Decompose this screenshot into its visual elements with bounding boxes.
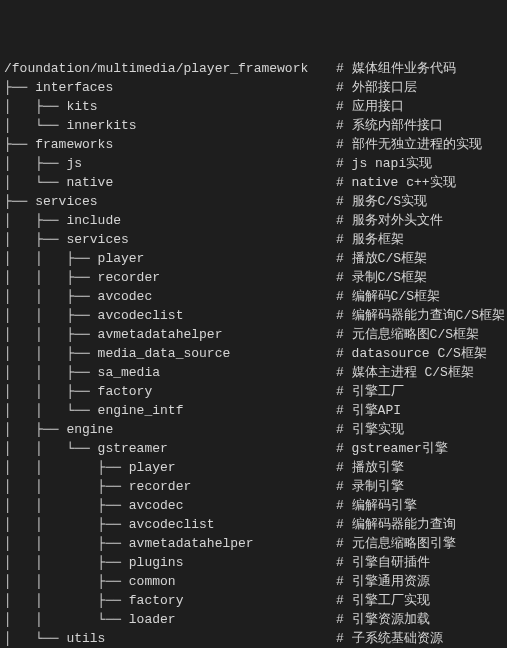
tree-comment: # 播放引擎	[336, 458, 404, 477]
tree-comment: # 媒体主进程 C/S框架	[336, 363, 474, 382]
tree-row: │ │ ├── plugins# 引擎自研插件	[4, 553, 503, 572]
tree-row: │ │ ├── media_data_source# datasource C/…	[4, 344, 503, 363]
tree-comment: # 引擎API	[336, 401, 401, 420]
tree-comment: # native c++实现	[336, 173, 456, 192]
tree-path: /foundation/multimedia/player_framework	[4, 59, 336, 78]
tree-row: ├── frameworks# 部件无独立进程的实现	[4, 135, 503, 154]
tree-row: │ │ ├── player# 播放引擎	[4, 458, 503, 477]
tree-row: │ │ └── gstreamer# gstreamer引擎	[4, 439, 503, 458]
tree-path: │ │ ├── recorder	[4, 477, 336, 496]
tree-comment: # 编解码器能力查询C/S框架	[336, 306, 505, 325]
tree-comment: # 媒体组件业务代码	[336, 59, 456, 78]
tree-comment: # 引擎通用资源	[336, 572, 430, 591]
tree-row: │ ├── engine# 引擎实现	[4, 420, 503, 439]
tree-path: │ │ ├── avcodec	[4, 496, 336, 515]
tree-path: │ │ ├── avmetadatahelper	[4, 325, 336, 344]
tree-row: │ └── native# native c++实现	[4, 173, 503, 192]
tree-row: │ │ ├── avcodec# 编解码引擎	[4, 496, 503, 515]
tree-comment: # 应用接口	[336, 97, 404, 116]
tree-row: │ ├── services# 服务框架	[4, 230, 503, 249]
tree-row: │ │ ├── recorder# 录制引擎	[4, 477, 503, 496]
tree-comment: # 服务对外头文件	[336, 211, 443, 230]
tree-comment: # 编解码引擎	[336, 496, 417, 515]
tree-row: │ │ ├── factory# 引擎工厂	[4, 382, 503, 401]
tree-comment: # 引擎资源加载	[336, 610, 430, 629]
tree-path: │ ├── js	[4, 154, 336, 173]
tree-path: │ │ ├── factory	[4, 591, 336, 610]
tree-path: │ │ └── gstreamer	[4, 439, 336, 458]
tree-path: │ ├── engine	[4, 420, 336, 439]
tree-path: │ └── native	[4, 173, 336, 192]
tree-path: │ │ ├── avcodeclist	[4, 306, 336, 325]
tree-row: ├── services# 服务C/S实现	[4, 192, 503, 211]
tree-comment: # 元信息缩略图C/S框架	[336, 325, 479, 344]
tree-path: │ └── innerkits	[4, 116, 336, 135]
tree-row: │ │ ├── avcodeclist# 编解码器能力查询C/S框架	[4, 306, 503, 325]
tree-row: │ │ └── loader# 引擎资源加载	[4, 610, 503, 629]
tree-row: ├── interfaces# 外部接口层	[4, 78, 503, 97]
tree-row: /foundation/multimedia/player_framework#…	[4, 59, 503, 78]
tree-comment: # 子系统基础资源	[336, 629, 443, 648]
tree-comment: # 编解码C/S框架	[336, 287, 440, 306]
tree-comment: # 外部接口层	[336, 78, 417, 97]
tree-row: │ │ ├── player# 播放C/S框架	[4, 249, 503, 268]
directory-tree: /foundation/multimedia/player_framework#…	[4, 59, 503, 648]
tree-comment: # gstreamer引擎	[336, 439, 448, 458]
tree-row: │ └── innerkits# 系统内部件接口	[4, 116, 503, 135]
tree-path: │ │ ├── avcodec	[4, 287, 336, 306]
tree-comment: # js napi实现	[336, 154, 432, 173]
tree-row: │ ├── kits# 应用接口	[4, 97, 503, 116]
tree-comment: # datasource C/S框架	[336, 344, 487, 363]
tree-path: │ │ ├── recorder	[4, 268, 336, 287]
tree-comment: # 服务框架	[336, 230, 404, 249]
tree-path: │ │ ├── media_data_source	[4, 344, 336, 363]
tree-row: │ ├── js# js napi实现	[4, 154, 503, 173]
tree-path: │ │ ├── avcodeclist	[4, 515, 336, 534]
tree-row: │ │ ├── factory# 引擎工厂实现	[4, 591, 503, 610]
tree-row: │ │ ├── recorder# 录制C/S框架	[4, 268, 503, 287]
tree-path: │ ├── services	[4, 230, 336, 249]
tree-path: │ │ ├── sa_media	[4, 363, 336, 382]
tree-comment: # 播放C/S框架	[336, 249, 427, 268]
tree-comment: # 引擎工厂实现	[336, 591, 430, 610]
tree-comment: # 录制引擎	[336, 477, 404, 496]
tree-path: │ │ ├── common	[4, 572, 336, 591]
tree-path: │ │ ├── player	[4, 249, 336, 268]
tree-path: │ │ ├── player	[4, 458, 336, 477]
tree-row: │ │ ├── avcodec# 编解码C/S框架	[4, 287, 503, 306]
tree-row: │ │ ├── avcodeclist# 编解码器能力查询	[4, 515, 503, 534]
tree-path: ├── frameworks	[4, 135, 336, 154]
tree-row: │ │ ├── sa_media# 媒体主进程 C/S框架	[4, 363, 503, 382]
tree-comment: # 引擎自研插件	[336, 553, 430, 572]
tree-row: │ │ ├── common# 引擎通用资源	[4, 572, 503, 591]
tree-row: │ ├── include# 服务对外头文件	[4, 211, 503, 230]
tree-path: │ └── utils	[4, 629, 336, 648]
tree-comment: # 服务C/S实现	[336, 192, 427, 211]
tree-comment: # 引擎实现	[336, 420, 404, 439]
tree-comment: # 编解码器能力查询	[336, 515, 456, 534]
tree-comment: # 引擎工厂	[336, 382, 404, 401]
tree-row: │ │ ├── avmetadatahelper# 元信息缩略图C/S框架	[4, 325, 503, 344]
tree-comment: # 部件无独立进程的实现	[336, 135, 482, 154]
tree-path: │ ├── include	[4, 211, 336, 230]
tree-row: │ │ ├── avmetadatahelper# 元信息缩略图引擎	[4, 534, 503, 553]
tree-row: │ │ └── engine_intf# 引擎API	[4, 401, 503, 420]
tree-path: │ │ ├── plugins	[4, 553, 336, 572]
tree-comment: # 录制C/S框架	[336, 268, 427, 287]
tree-row: │ └── utils# 子系统基础资源	[4, 629, 503, 648]
tree-path: │ ├── kits	[4, 97, 336, 116]
tree-path: ├── services	[4, 192, 336, 211]
tree-path: │ │ ├── factory	[4, 382, 336, 401]
tree-path: │ │ └── engine_intf	[4, 401, 336, 420]
tree-path: │ │ └── loader	[4, 610, 336, 629]
tree-path: ├── interfaces	[4, 78, 336, 97]
tree-path: │ │ ├── avmetadatahelper	[4, 534, 336, 553]
tree-comment: # 元信息缩略图引擎	[336, 534, 456, 553]
tree-comment: # 系统内部件接口	[336, 116, 443, 135]
